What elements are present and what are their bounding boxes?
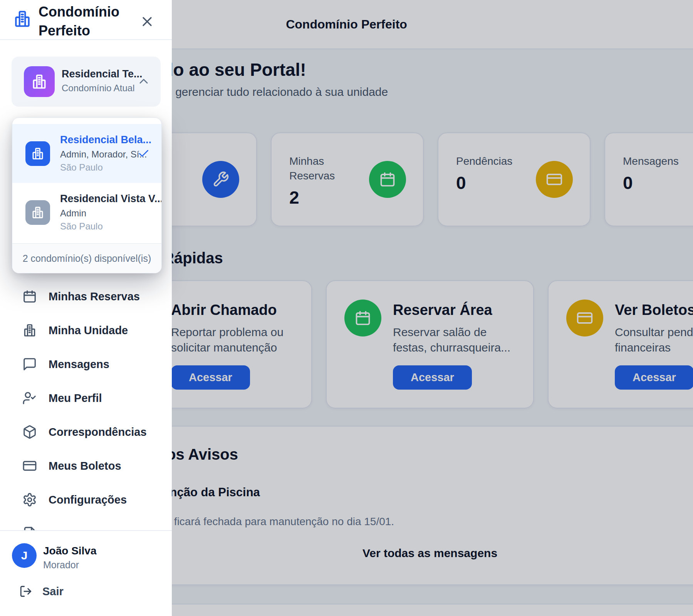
user-role: Morador [43, 559, 79, 571]
condo-option-roles: Admin, Morador, Sí... [60, 149, 128, 160]
check-icon [138, 147, 151, 160]
sidebar-item-correspondencias[interactable]: Correspondências [0, 415, 172, 449]
sidebar-item-label: Minhas Reservas [49, 290, 140, 303]
logout-label: Sair [42, 585, 64, 598]
sidebar-item-configuracoes[interactable]: Configurações [0, 483, 172, 517]
chevron-up-icon [137, 74, 151, 88]
user-name: João Silva [43, 545, 97, 557]
condo-selector[interactable]: Residencial Te... Condomínio Atual [12, 57, 161, 107]
brand-title: Condomínio Perfeito [39, 2, 139, 40]
condo-option-city: São Paulo [60, 162, 128, 173]
sidebar-menu: Minhas ReservasMinha UnidadeMensagensMeu… [0, 276, 172, 530]
condo-option-building-icon [25, 200, 50, 225]
sidebar-item-label: Meus Boletos [49, 460, 121, 472]
logout-button[interactable]: Sair [19, 585, 64, 598]
condo-dropdown-footer: 2 condomínio(s) disponível(is) [12, 243, 161, 273]
brand-building-icon [13, 9, 32, 28]
current-condo-icon [24, 66, 55, 97]
gear-icon [22, 492, 37, 507]
sidebar-item-label: Correspondências [49, 426, 147, 439]
condo-option-city: São Paulo [60, 221, 151, 232]
current-condo-subtitle: Condomínio Atual [62, 83, 134, 94]
calendar-icon [22, 289, 37, 304]
condo-dropdown: Residencial Bela...Admin, Morador, Sí...… [12, 117, 162, 273]
sidebar-item-meu-perfil[interactable]: Meu Perfil [0, 381, 172, 415]
logout-icon [19, 585, 32, 598]
condo-option-building-icon [25, 141, 50, 166]
sidebar-item-minha-unidade[interactable]: Minha Unidade [0, 313, 172, 347]
sidebar-item-hidden[interactable] [0, 517, 172, 530]
package-icon [22, 425, 37, 439]
close-icon[interactable] [139, 13, 156, 30]
condo-option-name: Residencial Bela... [60, 134, 128, 146]
message-icon [22, 357, 37, 372]
condo-option-name: Residencial Vista V... [60, 193, 151, 205]
avatar: J [12, 543, 37, 568]
user-check-icon [22, 391, 37, 405]
sidebar-footer: J João Silva Morador Sair [0, 530, 172, 616]
condo-option-roles: Admin [60, 208, 151, 219]
file-icon [22, 526, 37, 530]
condo-option[interactable]: Residencial Vista V...AdminSão Paulo [12, 183, 161, 242]
sidebar-item-label: Configurações [49, 494, 127, 506]
building-icon [22, 323, 37, 338]
sidebar-item-meus-boletos[interactable]: Meus Boletos [0, 449, 172, 483]
sidebar-drawer: Condomínio Perfeito Residencial Te... Co… [0, 0, 172, 616]
current-condo-name: Residencial Te... [62, 68, 143, 80]
sidebar-item-minhas-reservas[interactable]: Minhas Reservas [0, 280, 172, 313]
credit-card-icon [22, 459, 37, 473]
sidebar-item-label: Mensagens [49, 358, 109, 371]
sidebar-item-mensagens[interactable]: Mensagens [0, 347, 172, 381]
condo-option[interactable]: Residencial Bela...Admin, Morador, Sí...… [12, 124, 161, 183]
sidebar-item-label: Minha Unidade [49, 324, 128, 337]
sidebar-header: Condomínio Perfeito [0, 0, 172, 40]
sidebar-item-label: Meu Perfil [49, 392, 102, 405]
